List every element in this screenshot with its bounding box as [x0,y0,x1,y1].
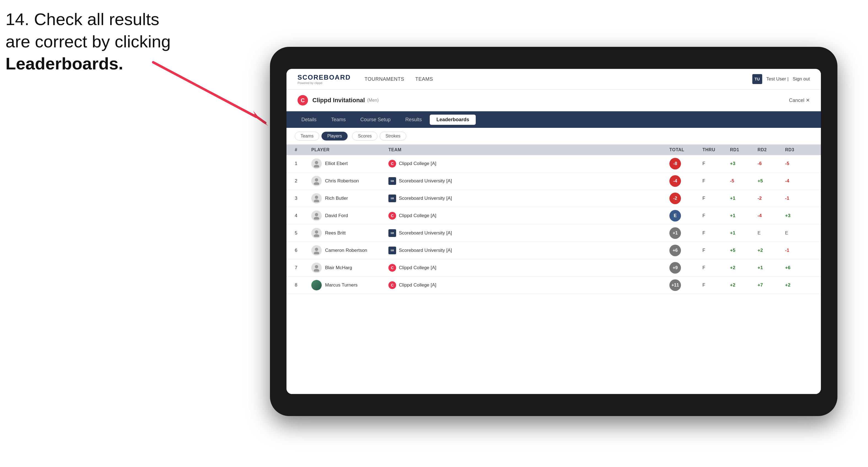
tab-results[interactable]: Results [399,115,428,125]
rd1: +1 [730,196,757,201]
logo-text: SCOREBOARD [298,73,351,81]
table-row: 1 Elliot Ebert C Clippd College [A] -8 F… [286,155,821,173]
rd2: +2 [757,248,785,253]
nav-teams[interactable]: TEAMS [415,76,433,82]
player-avatar [311,228,322,238]
tournament-logo: C [298,95,308,105]
col-spacer [476,147,670,152]
team-logo: SB [389,194,396,202]
rd2: +5 [757,178,785,184]
player-name: Rich Butler [325,196,348,201]
filter-bar: Teams Players Scores Strokes [286,128,821,145]
team-logo: SB [389,229,396,237]
col-player: PLAYER [311,147,389,152]
rank: 8 [295,282,311,288]
player-name: Chris Robertson [325,178,359,184]
player-cell: Chris Robertson [311,176,389,186]
team-logo: SB [389,247,396,254]
svg-point-10 [315,213,318,216]
rank: 2 [295,178,311,184]
player-cell: Rees Britt [311,228,389,238]
thru: F [703,248,730,253]
filter-scores[interactable]: Scores [352,132,377,141]
rd1: +1 [730,230,757,236]
team-logo: C [389,160,396,167]
rd3: +3 [785,213,813,218]
team-logo: SB [389,177,396,185]
rd1: +5 [730,248,757,253]
team-cell: C Clippd College [A] [389,264,476,272]
logo-area: SCOREBOARD Powered by clippd [298,73,351,85]
tab-teams[interactable]: Teams [324,115,352,125]
player-avatar [311,176,322,186]
team-cell: SB Scoreboard University [A] [389,229,476,237]
player-cell: Cameron Robertson [311,245,389,256]
team-logo: C [389,264,396,272]
tab-course-setup[interactable]: Course Setup [354,115,397,125]
svg-point-17 [314,269,319,272]
team-name: Clippd College [A] [399,161,436,166]
signout-link[interactable]: Sign out [793,76,810,82]
total-score: +9 [670,262,703,274]
svg-point-12 [315,230,318,234]
player-name: David Ford [325,213,348,218]
cancel-button[interactable]: Cancel ✕ [789,97,810,103]
svg-point-6 [315,178,318,182]
filter-players[interactable]: Players [321,132,348,141]
rd2: +1 [757,265,785,271]
player-avatar [311,211,322,221]
rd3: -1 [785,248,813,253]
player-name: Blair McHarg [325,265,352,271]
total-score: +6 [670,245,703,256]
user-name: Test User | [766,76,789,82]
col-rank: # [295,147,311,152]
nav-links: TOURNAMENTS TEAMS [365,76,752,82]
player-avatar [311,245,322,256]
navbar: SCOREBOARD Powered by clippd TOURNAMENTS… [286,69,821,90]
tournament-name: Clippd Invitational [312,97,365,104]
table-header: # PLAYER TEAM TOTAL THRU RD1 RD2 RD3 [286,145,821,155]
table-row: 4 David Ford C Clippd College [A] E F +1… [286,207,821,224]
filter-teams[interactable]: Teams [295,132,319,141]
logo-sub: Powered by clippd [298,81,351,85]
player-cell: Elliot Ebert [311,158,389,169]
svg-marker-1 [253,111,262,122]
rd2: -4 [757,213,785,218]
svg-point-8 [315,196,318,199]
player-avatar [311,280,322,290]
tablet-screen: SCOREBOARD Powered by clippd TOURNAMENTS… [286,69,821,394]
player-avatar [311,262,322,273]
player-name: Elliot Ebert [325,161,348,166]
thru: F [703,282,730,288]
rd2: E [757,230,785,236]
rd3: -1 [785,196,813,201]
total-score: -2 [670,193,703,204]
marcus-avatar-img [311,280,322,290]
nav-tournaments[interactable]: TOURNAMENTS [365,76,404,82]
player-cell: Blair McHarg [311,262,389,273]
rd3: +6 [785,265,813,271]
total-score: +1 [670,227,703,239]
table-row: 3 Rich Butler SB Scoreboard University [… [286,190,821,207]
rd3: +2 [785,282,813,288]
rd2: +7 [757,282,785,288]
filter-strokes[interactable]: Strokes [380,132,406,141]
svg-point-15 [314,252,319,254]
team-logo: C [389,281,396,289]
rd2: -2 [757,196,785,201]
rd1: +2 [730,265,757,271]
svg-point-13 [314,234,319,237]
col-thru: THRU [703,147,730,152]
thru: F [703,196,730,201]
rd2: -6 [757,161,785,166]
table-row: 2 Chris Robertson SB Scoreboard Universi… [286,173,821,190]
user-avatar: TU [752,74,762,84]
rd1: -5 [730,178,757,184]
tournament-type: (Men) [367,98,379,103]
team-logo: C [389,212,396,220]
tablet-device: SCOREBOARD Powered by clippd TOURNAMENTS… [270,47,837,416]
svg-line-2 [255,116,266,123]
tab-details[interactable]: Details [295,115,323,125]
svg-point-7 [314,182,319,185]
tab-leaderboards[interactable]: Leaderboards [430,115,476,125]
